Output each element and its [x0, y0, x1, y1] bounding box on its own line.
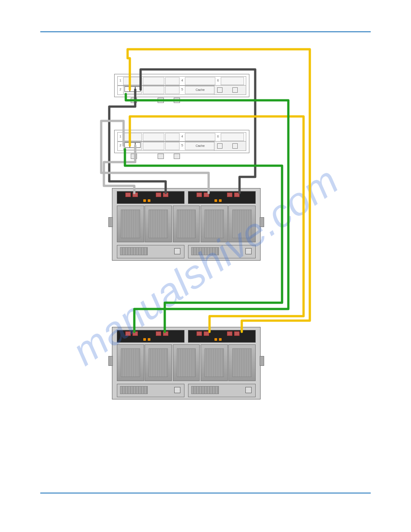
- mgmt-port: [174, 154, 180, 159]
- rack-ear-icon: [260, 217, 264, 227]
- hba-port-c: [135, 142, 141, 148]
- slot: [165, 142, 180, 150]
- shelf-2-iom-a: [117, 330, 184, 343]
- mgmt-port: [131, 98, 137, 103]
- psu-pair: [214, 141, 246, 151]
- slot: [185, 133, 215, 141]
- slot: [143, 133, 164, 141]
- sas-port-2: [156, 331, 161, 336]
- controller-2: 1 4 6 2 5 Cache 7: [114, 130, 249, 153]
- slot: [143, 142, 164, 150]
- slot-num: 2: [119, 86, 122, 93]
- slot-num: 6: [216, 77, 220, 84]
- ac-inlet-icon: [232, 143, 238, 149]
- shelf-1-psu-row: [117, 245, 256, 257]
- hba-port-b: [130, 86, 135, 92]
- hba-port-b: [130, 142, 135, 148]
- slot-num: 5: [180, 86, 184, 93]
- shelf-2-iom-b: [188, 330, 256, 343]
- sas-port-1: [204, 331, 209, 336]
- fan-module: [145, 344, 172, 381]
- mgmt-port: [158, 98, 164, 103]
- slot-num: 4: [180, 133, 184, 140]
- status-led-icon: [214, 338, 217, 341]
- status-led-icon: [214, 199, 217, 202]
- status-led-icon: [148, 199, 150, 202]
- shelf-2-psu-row: [117, 384, 256, 396]
- sas-port-3: [163, 331, 168, 336]
- fan-module: [117, 344, 144, 381]
- slot: [123, 77, 142, 85]
- fan-module: [201, 344, 228, 381]
- shelf-1-iom-b: [188, 191, 256, 204]
- fan-module: [228, 206, 256, 242]
- shelf-psu: [188, 245, 256, 258]
- status-led-icon: [219, 199, 222, 202]
- shelf-1-iom-row: [117, 191, 256, 203]
- slot: [143, 77, 164, 85]
- status-led-icon: [219, 338, 222, 341]
- sas-port-3: [163, 193, 168, 197]
- shelf-1-fans: [117, 206, 256, 241]
- controller-1-slot-row-top: 1 4 6: [117, 76, 246, 86]
- ac-inlet-icon: [232, 87, 238, 93]
- ac-inlet-icon: [217, 143, 223, 149]
- hba-port-a: [124, 86, 130, 92]
- slot: [143, 86, 164, 94]
- fan-module: [173, 206, 200, 242]
- rule-top: [40, 31, 371, 32]
- rack-ear-icon: [260, 356, 264, 366]
- slot-num: 1: [119, 77, 122, 84]
- slot-num: 2: [119, 142, 122, 149]
- fan-module: [173, 344, 200, 381]
- controller-2-slot-row-top: 1 4 6: [117, 132, 246, 142]
- controller-1: 1 4 6 2 5 Cache 7: [114, 74, 249, 97]
- rack-ear-icon: [108, 217, 113, 227]
- shelf-psu: [117, 245, 184, 258]
- shelf-2-iom-row: [117, 330, 256, 342]
- sas-port-0: [125, 331, 131, 336]
- hba-slot-2: [123, 142, 142, 150]
- sas-port-0: [197, 331, 202, 336]
- slot: [165, 77, 180, 85]
- slot-num: 6: [216, 133, 220, 140]
- status-led-icon: [148, 338, 150, 341]
- status-led-icon: [143, 338, 146, 341]
- rack-ear-icon: [108, 356, 113, 366]
- slot: [185, 77, 215, 85]
- shelf-2: [112, 327, 261, 399]
- fan-module: [117, 206, 144, 242]
- slot: [221, 77, 244, 85]
- slot: [221, 133, 244, 141]
- slot: [123, 133, 142, 141]
- fan-module: [201, 206, 228, 242]
- cache-slot: Cache: [185, 142, 215, 150]
- shelf-2-fans: [117, 344, 256, 380]
- sas-port-3: [234, 331, 240, 336]
- psu-pair: [214, 85, 246, 95]
- status-led-icon: [143, 199, 146, 202]
- page: 1 4 6 2 5 Cache 7: [0, 0, 411, 532]
- mgmt-port: [131, 154, 137, 159]
- sas-port-1: [204, 193, 209, 197]
- sas-port-1: [133, 331, 138, 336]
- fan-module: [228, 344, 256, 381]
- slot-num: 1: [119, 133, 122, 140]
- shelf-psu: [188, 384, 256, 397]
- cache-slot: Cache: [185, 86, 215, 94]
- hba-slot-2: [123, 86, 142, 94]
- slot-num: 4: [180, 77, 184, 84]
- slot-num: 5: [180, 142, 184, 149]
- slot: [165, 133, 180, 141]
- mgmt-port: [174, 98, 180, 103]
- mgmt-port: [158, 154, 164, 159]
- sas-port-2: [156, 193, 161, 197]
- sas-port-3: [234, 193, 240, 197]
- shelf-1: [112, 188, 261, 261]
- sas-port-1: [133, 193, 138, 197]
- slot: [165, 86, 180, 94]
- hba-port-c: [135, 86, 141, 92]
- ac-inlet-icon: [217, 87, 223, 93]
- sas-port-2: [227, 331, 232, 336]
- hba-port-a: [124, 142, 130, 148]
